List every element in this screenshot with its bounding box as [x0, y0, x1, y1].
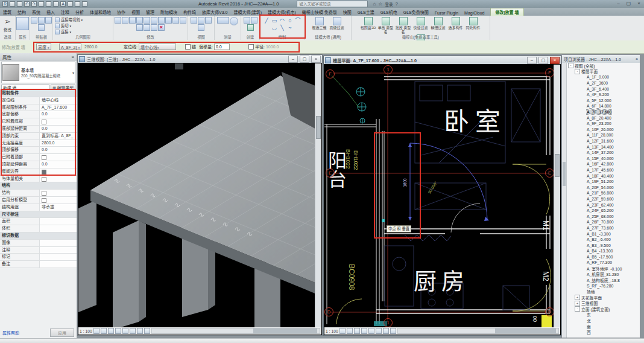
ribbon-tab[interactable]: GLS土建: [355, 8, 377, 16]
tree-expander-icon[interactable]: [581, 156, 586, 161]
height-dropdown[interactable]: 高度▾: [36, 43, 51, 50]
tree-expander-icon[interactable]: [581, 92, 586, 97]
tree-expander-icon[interactable]: [581, 249, 586, 253]
tree-expander-icon[interactable]: [581, 121, 586, 126]
browser-tree-item[interactable]: A_结构板底_-18.8: [566, 277, 640, 283]
view-demolish-icon[interactable]: [198, 24, 204, 31]
trim-icon[interactable]: [136, 24, 143, 31]
copy-modify-icon[interactable]: [172, 17, 179, 24]
crop-view-icon[interactable]: [368, 328, 374, 334]
parameter-row[interactable]: 已附着底部: [0, 118, 77, 126]
parameter-row[interactable]: 结构用途 非承重: [0, 204, 77, 211]
tree-expander-icon[interactable]: -: [575, 306, 580, 312]
browser-tree-item[interactable]: A_11F_28.800: [566, 132, 640, 138]
tree-expander-icon[interactable]: [581, 260, 586, 264]
parameter-row[interactable]: 标记: [0, 254, 77, 261]
type-selector[interactable]: 基本墙 200_50内隔混凝土砌块 ▾: [1, 62, 75, 83]
browser-tree-item[interactable]: A_6F_14.800: [566, 103, 640, 109]
create-similar-icon[interactable]: [251, 17, 257, 24]
plan-canvas[interactable]: 卧室 厨房 阳台 BH1022 BH1022 BC0908 M1 M2 1800…: [324, 65, 555, 327]
browser-tree-item[interactable]: A_1F_0.000: [566, 74, 640, 80]
browser-tree-item[interactable]: A_25F_68.000: [566, 213, 640, 219]
tree-expander-icon[interactable]: [581, 313, 586, 317]
tree-expander-icon[interactable]: -: [575, 69, 580, 74]
tree-expander-icon[interactable]: [581, 116, 586, 120]
browser-tree-item[interactable]: A_12F_31.600: [566, 138, 640, 144]
print-icon[interactable]: [39, 1, 44, 7]
browser-tree-item[interactable]: A_3F_6.400: [566, 86, 640, 92]
create-group-icon[interactable]: [244, 17, 250, 24]
parameter-checkbox[interactable]: [42, 191, 46, 196]
measure-angle-icon[interactable]: [230, 17, 238, 25]
rotate-icon[interactable]: [180, 17, 186, 24]
3d-view-icon[interactable]: [68, 1, 73, 7]
ribbon-tab[interactable]: 构件坞: [180, 8, 199, 16]
browser-tree-item[interactable]: A_机房层_81.280: [566, 271, 640, 277]
tree-expander-icon[interactable]: [581, 174, 586, 178]
visual-style-icon[interactable]: [347, 328, 353, 334]
help-icon[interactable]: ?: [395, 1, 397, 7]
tree-expander-icon[interactable]: [581, 289, 586, 293]
glodon-tool[interactable]: 包围盒3D: [360, 17, 377, 34]
parameter-row[interactable]: 已附着顶部: [0, 154, 77, 161]
parameter-row[interactable]: 顶部延伸距离 0.0: [0, 161, 77, 168]
3d-horizontal-scrollbar[interactable]: [151, 328, 320, 334]
ribbon-tab[interactable]: 系统: [29, 8, 43, 16]
tag-icon[interactable]: [53, 1, 58, 7]
browser-tree-item[interactable]: 南: [566, 324, 640, 330]
ribbon-tab[interactable]: 建模大师(建筑): [230, 8, 265, 16]
mirror-draw-icon[interactable]: [136, 17, 143, 24]
tree-expander-icon[interactable]: [581, 220, 586, 224]
text-icon[interactable]: A: [60, 1, 66, 7]
array-icon[interactable]: [144, 24, 150, 31]
plan-view-titlebar[interactable]: 楼层平面: A_7F_17.600 - JHC—22#A—1.0 – ▢ ×: [324, 56, 561, 64]
sun-path-icon[interactable]: [108, 328, 114, 334]
tree-expander-icon[interactable]: [581, 98, 586, 103]
tree-expander-icon[interactable]: [581, 81, 586, 85]
parameter-row[interactable]: 面积: [0, 218, 77, 225]
contextual-tab-modify-place-wall[interactable]: 修改|放置 墙: [490, 8, 525, 16]
parameter-row[interactable]: 底部偏移 0.0: [0, 111, 77, 118]
favorites-icon[interactable]: ☆: [378, 1, 382, 7]
tree-expander-icon[interactable]: [581, 284, 586, 288]
tree-expander-icon[interactable]: [581, 278, 586, 282]
glodon-tool[interactable]: 同处构件: [465, 17, 482, 34]
draw-tool-icon[interactable]: ◡: [271, 24, 279, 31]
chain-checkbox-box[interactable]: [185, 44, 191, 50]
tree-expander-icon[interactable]: [581, 110, 586, 114]
browser-tree-item[interactable]: A_RF_77.300: [566, 260, 640, 266]
parameter-row[interactable]: 底部延伸距离 0.0: [0, 126, 77, 133]
browser-tree-item[interactable]: A_9F_23.200: [566, 121, 640, 127]
draw-tool-icon[interactable]: ╲: [279, 24, 286, 31]
browser-tree-item[interactable]: A_24F_65.200: [566, 208, 640, 214]
view-paint-icon[interactable]: [205, 17, 212, 24]
mirror-icon[interactable]: [129, 17, 136, 24]
split-icon[interactable]: [144, 17, 150, 24]
maximize-button[interactable]: ▢: [623, 1, 634, 7]
tree-expander-icon[interactable]: [581, 318, 586, 322]
tree-expander-icon[interactable]: [581, 191, 586, 195]
ribbon-tab[interactable]: 建筑: [0, 8, 14, 16]
section-icon[interactable]: [75, 1, 80, 7]
shadows-icon[interactable]: [361, 328, 367, 334]
lock-3d-icon[interactable]: [137, 328, 143, 334]
draw-tool-icon[interactable]: ~: [286, 24, 294, 31]
ribbon-tab[interactable]: 建模大师(机电): [265, 8, 299, 16]
scale-icon[interactable]: [151, 24, 157, 31]
isolate-icon[interactable]: [144, 328, 150, 334]
plan-horizontal-scrollbar[interactable]: [397, 328, 559, 334]
glodon-tool[interactable]: 精细过滤: [430, 17, 447, 34]
parameter-row[interactable]: 房间边界: [0, 168, 77, 176]
sync-icon[interactable]: [82, 1, 87, 7]
paste-icon[interactable]: [31, 17, 37, 24]
browser-tree-item[interactable]: A_14F_37.200: [566, 150, 640, 156]
tree-expander-icon[interactable]: [581, 75, 586, 79]
draw-tool-icon[interactable]: ⌒: [294, 17, 302, 24]
browser-tree-item[interactable]: A_室外地坪_-0.100: [566, 266, 640, 272]
app-menu-icon[interactable]: R: [2, 1, 8, 7]
crop-region-icon[interactable]: [376, 328, 382, 334]
type-selector-dropdown-icon[interactable]: ▾: [72, 71, 74, 75]
tree-expander-icon[interactable]: [581, 324, 586, 329]
align-icon[interactable]: [115, 17, 121, 24]
browser-tree-item[interactable]: 北: [566, 318, 640, 324]
